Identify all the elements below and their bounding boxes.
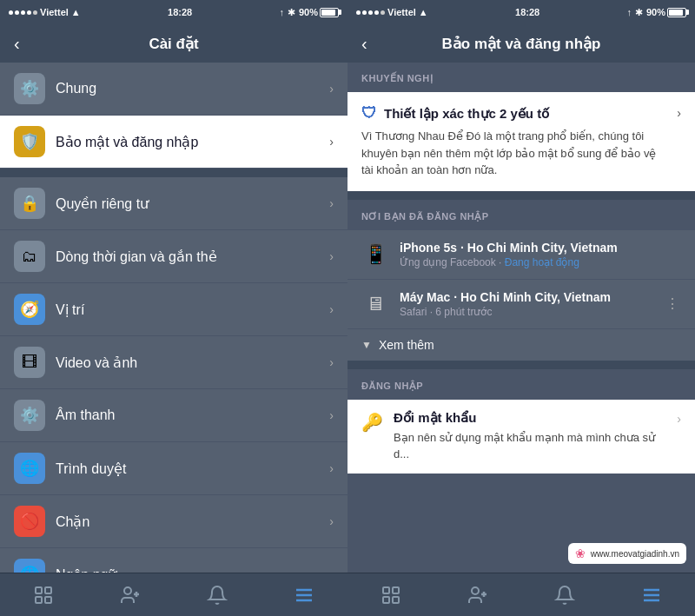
settings-list: ⚙️ Chung › 🛡️ Bảo mật và đăng nhập › 🔒 Q… [0, 63, 348, 573]
settings-item-dongthoigian[interactable]: 🗂 Dòng thời gian và gắn thẻ › [0, 230, 348, 282]
right-tab-bar [348, 573, 695, 616]
tab-friends[interactable] [104, 578, 156, 613]
see-more-button[interactable]: ▼ Xem thêm [348, 329, 695, 361]
dangnhap-section-header: ĐĂNG NHẬP [348, 370, 695, 400]
iphone-detail: Ứng dụng Facebook · Đang hoạt động [400, 256, 681, 268]
login-item-iphone[interactable]: 📱 iPhone 5s · Ho Chi Minh City, Vietnam … [348, 230, 695, 279]
chevron-icon: › [329, 135, 334, 149]
svg-rect-10 [383, 597, 389, 603]
sound-icon: ⚙️ [14, 400, 45, 431]
login-section: 📱 iPhone 5s · Ho Chi Minh City, Vietnam … [348, 230, 695, 361]
chevron-icon: › [329, 514, 334, 528]
svg-rect-8 [383, 587, 389, 593]
left-status-right: ↑ ✱ 90% [279, 7, 339, 18]
left-status-left: Viettel ▲ [9, 7, 81, 17]
left-back-button[interactable]: ‹ [14, 34, 20, 54]
film-icon: 🎞 [14, 347, 45, 378]
svg-rect-0 [36, 587, 42, 593]
language-icon: 🌐 [14, 559, 45, 573]
item-label-ngonngu: Ngôn ngữ [56, 566, 329, 573]
chevron-icon: › [329, 302, 334, 316]
chevron-icon: › [329, 355, 334, 369]
more-dots-icon[interactable]: ⋮ [665, 295, 681, 312]
settings-item-amthanh[interactable]: ⚙️ Âm thanh › [0, 389, 348, 441]
right-status-bar: Viettel ▲ 18:28 ↑ ✱ 90% [348, 0, 695, 24]
left-nav-title: Cài đặt [149, 35, 198, 53]
right-tab-home[interactable] [365, 578, 417, 613]
right-back-button[interactable]: ‹ [361, 34, 367, 54]
item-label-chung: Chung [56, 81, 329, 96]
rec-description: Vì Thương Nhau Để Đó là một trang phổ bi… [361, 128, 668, 179]
location-icon: ↑ [279, 7, 284, 17]
tab-home[interactable] [17, 578, 70, 613]
chevron-icon: › [329, 249, 334, 263]
left-nav-bar: ‹ Cài đặt [0, 24, 348, 63]
iphone-info: iPhone 5s · Ho Chi Minh City, Vietnam Ứn… [400, 241, 681, 268]
right-time: 18:28 [515, 7, 539, 17]
signal-dots [9, 10, 37, 15]
right-signal-dots [356, 10, 385, 15]
wifi-icon: ▲ [71, 7, 81, 17]
right-wifi-icon: ▲ [419, 7, 428, 17]
tab-notifications[interactable] [191, 578, 243, 613]
settings-item-ngonngu[interactable]: 🌐 Ngôn ngữ › [0, 548, 348, 573]
item-label-chan: Chặn [56, 513, 329, 530]
svg-point-4 [124, 587, 131, 594]
right-battery-fill [669, 10, 683, 16]
mac-detail: Safari · 6 phút trước [400, 306, 655, 318]
right-tab-menu[interactable] [626, 578, 678, 613]
right-nav-title: Bảo mật và đăng nhập [442, 35, 601, 53]
password-title: Đổi mật khẩu [394, 410, 666, 426]
divider-3 [348, 361, 695, 369]
right-tab-notifications[interactable] [539, 578, 591, 613]
shield-yellow-icon: 🛡️ [14, 126, 45, 157]
login-item-mac[interactable]: 🖥 Máy Mac · Ho Chi Minh City, Vietnam Sa… [348, 280, 695, 328]
rec-inner: 🛡 Thiết lập xác thực 2 yếu tố Vì Thương … [361, 104, 681, 179]
dangnhap-section-title: ĐĂNG NHẬP [361, 381, 423, 391]
right-panel: Viettel ▲ 18:28 ↑ ✱ 90% ‹ Bảo mật và đăn… [348, 0, 695, 616]
recommendation-section-header: KHUYẾN NGHỊ [348, 63, 695, 92]
svg-point-12 [472, 587, 479, 594]
chevron-icon: › [329, 82, 334, 96]
right-status-right: ↑ ✱ 90% [626, 7, 686, 18]
settings-item-chung[interactable]: ⚙️ Chung › [0, 63, 348, 115]
recommendation-card[interactable]: 🛡 Thiết lập xác thực 2 yếu tố Vì Thương … [348, 92, 695, 191]
lock-icon: 🔒 [14, 188, 45, 219]
clock-icon: 🗂 [14, 241, 45, 272]
block-icon: 🚫 [14, 506, 45, 537]
settings-item-trinhduyeut[interactable]: 🌐 Trình duyệt › [0, 442, 348, 494]
password-item[interactable]: 🔑 Đổi mật khẩu Bạn nên sử dụng mật khẩu … [348, 400, 695, 474]
see-more-label: Xem thêm [379, 338, 434, 352]
settings-item-vitri[interactable]: 🧭 Vị trí › [0, 283, 348, 335]
iphone-status: Đang hoạt động [505, 256, 579, 268]
tab-menu[interactable] [278, 578, 330, 613]
right-location-icon: ↑ [626, 7, 632, 17]
rec-title: 🛡 Thiết lập xác thực 2 yếu tố [361, 104, 668, 123]
divider-2 [348, 191, 695, 200]
see-more-arrow-icon: ▼ [361, 339, 372, 351]
battery-bar [320, 8, 339, 17]
mac-name: Máy Mac · Ho Chi Minh City, Vietnam [400, 290, 655, 304]
right-tab-friends[interactable] [452, 578, 504, 613]
right-battery-indicator: 90% [646, 7, 686, 17]
chevron-icon: › [329, 196, 334, 210]
settings-item-quyenriengtu[interactable]: 🔒 Quyền riêng tư › [0, 177, 348, 229]
password-text: Đổi mật khẩu Bạn nên sử dụng mật khẩu mạ… [394, 410, 666, 463]
settings-item-videovanh[interactable]: 🎞 Video và ảnh › [0, 336, 348, 388]
right-status-left: Viettel ▲ [356, 7, 428, 17]
left-carrier: Viettel [40, 7, 69, 17]
right-battery-pct: 90% [646, 7, 665, 17]
right-carrier: Viettel [387, 7, 416, 17]
battery-fill [321, 10, 335, 16]
svg-rect-1 [45, 587, 51, 593]
svg-rect-9 [393, 587, 399, 593]
flower-icon: ❀ [575, 546, 586, 560]
bluetooth-icon: ✱ [288, 7, 295, 18]
settings-item-baomatdangnhap[interactable]: 🛡️ Bảo mật và đăng nhập › [0, 116, 348, 168]
password-desc: Bạn nên sử dụng mật khẩu mạnh mà mình ch… [394, 429, 666, 463]
right-bluetooth-icon: ✱ [635, 7, 643, 18]
globe-icon: 🌐 [14, 453, 45, 484]
key-icon: 🔑 [361, 412, 383, 433]
settings-item-chan[interactable]: 🚫 Chặn › [0, 495, 348, 547]
recommendation-section-title: KHUYẾN NGHỊ [361, 73, 433, 83]
